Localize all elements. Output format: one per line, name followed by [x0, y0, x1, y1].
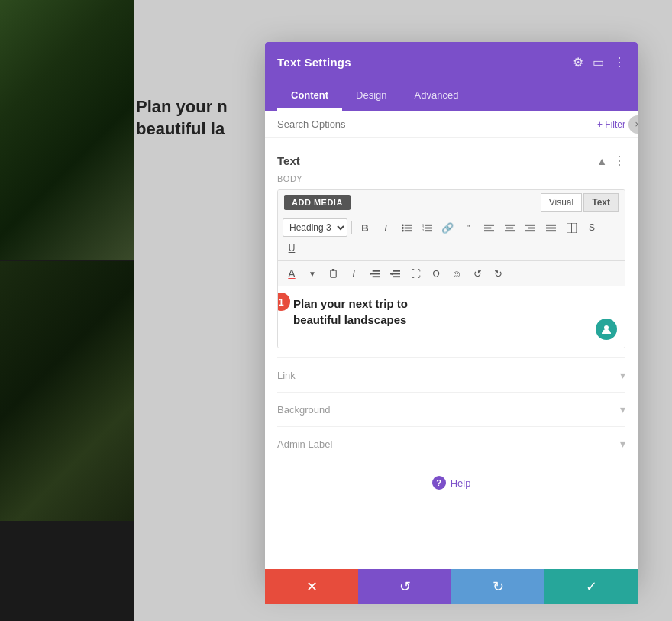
svg-marker-36 — [390, 272, 393, 275]
section-collapse-icon[interactable]: ▲ — [596, 155, 607, 167]
visual-text-toggle: Visual Text — [541, 193, 619, 212]
text-color-button[interactable]: A — [283, 264, 301, 283]
svg-rect-18 — [525, 224, 535, 225]
undo-button[interactable]: ↺ — [358, 569, 451, 604]
special-chars-button[interactable]: Ω — [427, 264, 445, 283]
link-button[interactable]: 🔗 — [438, 218, 457, 237]
section-title: Text — [277, 154, 300, 167]
layout-icon[interactable]: ▭ — [593, 55, 604, 70]
tab-content[interactable]: Content — [277, 82, 342, 111]
filter-button[interactable]: + Filter — [597, 119, 625, 130]
background-section-header[interactable]: Background ▾ — [277, 393, 625, 426]
toolbar-row-1: Heading 3 B I 123 🔗 " — [278, 215, 625, 261]
admin-label-title: Admin Label — [277, 438, 332, 450]
strikethrough-button[interactable]: S — [583, 218, 601, 237]
text-settings-panel: × Text Settings ⚙ ▭ ⋮ Content Design Adv… — [265, 42, 638, 584]
svg-rect-12 — [484, 224, 494, 225]
confirm-button[interactable]: ✓ — [544, 569, 638, 604]
svg-rect-22 — [546, 227, 556, 228]
action-bar: ✕ ↺ ↻ ✓ — [265, 569, 638, 604]
svg-rect-19 — [528, 227, 535, 228]
svg-rect-1 — [404, 227, 411, 228]
section-header: Text ▲ ⋮ — [277, 147, 625, 174]
align-justify-button[interactable] — [541, 218, 560, 237]
svg-rect-20 — [525, 230, 535, 231]
background-chevron-icon: ▾ — [620, 403, 625, 416]
svg-rect-16 — [506, 227, 512, 228]
blockquote-button[interactable]: " — [459, 218, 477, 237]
svg-rect-0 — [404, 224, 411, 225]
unordered-list-button[interactable] — [397, 218, 415, 237]
svg-rect-2 — [404, 230, 411, 231]
text-button[interactable]: Text — [583, 193, 619, 212]
admin-label-section-header[interactable]: Admin Label ▾ — [277, 427, 625, 461]
svg-rect-6 — [425, 224, 431, 225]
help-section[interactable]: ? Help — [277, 461, 625, 497]
more-icon[interactable]: ⋮ — [613, 55, 625, 70]
help-icon: ? — [432, 476, 446, 490]
search-bar: + Filter — [265, 111, 638, 138]
underline-button[interactable]: U — [283, 239, 301, 257]
admin-label-chevron-icon: ▾ — [620, 438, 625, 450]
svg-rect-31 — [372, 276, 379, 277]
tab-design[interactable]: Design — [342, 82, 400, 111]
svg-point-3 — [402, 224, 404, 226]
bold-button[interactable]: B — [356, 218, 374, 237]
undo-editor-button[interactable]: ↺ — [468, 264, 486, 283]
redo-editor-button[interactable]: ↻ — [489, 264, 507, 283]
svg-rect-29 — [372, 270, 379, 271]
editor-content[interactable]: 1 Plan your next trip to beautiful lands… — [278, 286, 625, 348]
ordered-list-button[interactable]: 123 — [418, 218, 436, 237]
italic-button[interactable]: I — [376, 218, 395, 237]
link-section: Link ▾ — [277, 357, 625, 392]
table-button[interactable] — [562, 218, 580, 237]
align-left-button[interactable] — [480, 218, 498, 237]
section-controls: ▲ ⋮ — [596, 154, 625, 168]
editor-top-bar: ADD MEDIA Visual Text — [278, 190, 625, 215]
background-area — [0, 0, 134, 621]
bg-image-top — [0, 0, 134, 260]
redo-button[interactable]: ↻ — [451, 569, 544, 604]
italic-btn2[interactable]: I — [344, 264, 363, 283]
panel-header: Text Settings ⚙ ▭ ⋮ — [265, 42, 638, 82]
panel-header-icons: ⚙ ▭ ⋮ — [573, 55, 625, 70]
cancel-button[interactable]: ✕ — [265, 569, 358, 604]
tab-advanced[interactable]: Advanced — [401, 82, 473, 111]
add-media-button[interactable]: ADD MEDIA — [284, 195, 351, 210]
body-label: Body — [277, 174, 625, 183]
panel-body: Text ▲ ⋮ Body ADD MEDIA Visual Text — [265, 138, 638, 584]
section-more-icon[interactable]: ⋮ — [613, 154, 625, 168]
paste-text-button[interactable] — [324, 264, 342, 283]
text-section: Text ▲ ⋮ Body ADD MEDIA Visual Text — [277, 147, 625, 348]
search-input[interactable] — [277, 118, 597, 130]
page-background-text: Plan your n beautiful la — [136, 96, 228, 140]
user-avatar — [596, 319, 617, 340]
outdent-button[interactable] — [386, 264, 404, 283]
color-dropdown-button[interactable]: ▼ — [303, 264, 321, 283]
settings-icon[interactable]: ⚙ — [573, 55, 583, 70]
svg-point-4 — [402, 227, 404, 229]
svg-point-5 — [402, 229, 404, 231]
svg-rect-28 — [331, 269, 334, 271]
svg-rect-17 — [505, 230, 515, 231]
link-section-title: Link — [277, 370, 296, 381]
svg-rect-15 — [505, 224, 515, 225]
toolbar-divider-1 — [351, 221, 352, 234]
toolbar-row-2: A ▼ I ⛶ Ω ☺ ↺ ↻ — [278, 261, 625, 286]
align-center-button[interactable] — [500, 218, 519, 237]
background-section: Background ▾ — [277, 392, 625, 426]
editor-text: Plan your next trip to beautiful landsca… — [293, 296, 614, 328]
svg-text:3: 3 — [422, 229, 424, 232]
step-badge: 1 — [277, 293, 290, 311]
svg-rect-27 — [330, 270, 335, 277]
fullscreen-button[interactable]: ⛶ — [406, 264, 425, 283]
link-section-header[interactable]: Link ▾ — [277, 358, 625, 392]
emoji-button[interactable]: ☺ — [447, 264, 466, 283]
panel-tabs: Content Design Advanced — [265, 82, 638, 111]
indent-button[interactable] — [365, 264, 383, 283]
heading-select[interactable]: Heading 3 — [283, 218, 347, 237]
panel-title: Text Settings — [277, 56, 351, 69]
svg-rect-21 — [546, 224, 556, 225]
align-right-button[interactable] — [521, 218, 539, 237]
visual-button[interactable]: Visual — [541, 193, 582, 212]
